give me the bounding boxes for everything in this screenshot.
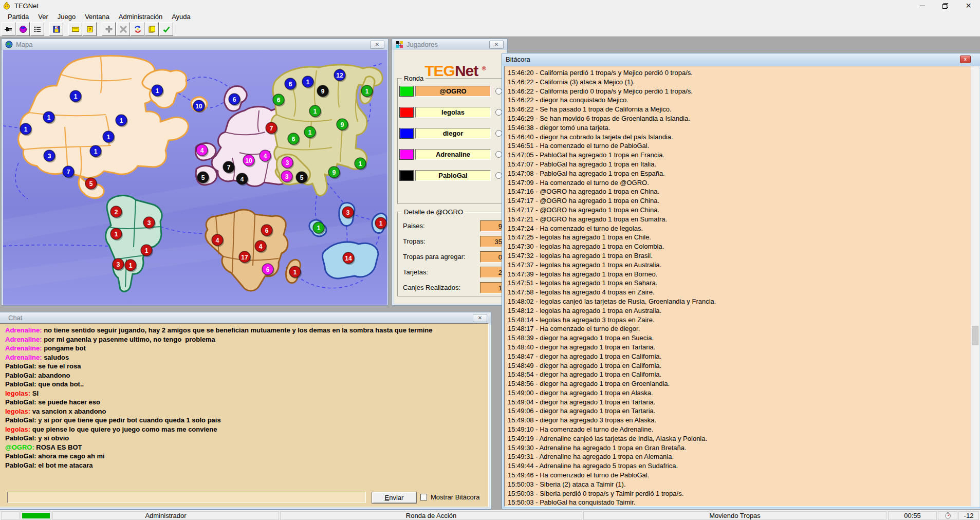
menu-item-ayuda[interactable]: Ayuda (167, 12, 195, 21)
players-list: @OGROlegolasdiegorAdrenalinePabloGal (398, 79, 502, 203)
svg-text:7: 7 (270, 125, 273, 132)
menu-item-ventana[interactable]: Ventana (80, 12, 114, 21)
bitacora-scrollbar[interactable] (971, 66, 979, 506)
chat-message: PabloGal: se puede hacer eso (5, 398, 483, 407)
menu-item-partida[interactable]: Partida (3, 12, 33, 21)
toolbar: ? (0, 22, 980, 37)
svg-text:5: 5 (89, 180, 93, 188)
svg-text:1: 1 (359, 160, 362, 168)
chat-messages: Adrenaline: no tiene sentido seguir juga… (0, 324, 488, 490)
svg-text:3: 3 (286, 159, 289, 166)
log-entry: 15:47:39 - legolas ha agregado 1 tropa e… (508, 270, 968, 279)
toolbar-connect-icon[interactable] (2, 22, 15, 36)
log-entry: 15:50:03 - PabloGal ha conquistado Taimi… (508, 498, 968, 506)
chat-author: PabloGal: (5, 398, 36, 406)
svg-text:2: 2 (115, 209, 118, 216)
chat-author: PabloGal: (5, 461, 36, 469)
log-entry: 15:48:56 - diegor ha agregado 1 tropa en… (508, 379, 968, 388)
chat-input-row: Enviar Mostrar Bitácora (0, 492, 488, 504)
detalle-label: Tropas para agregar: (403, 253, 466, 261)
toolbar-world-icon[interactable] (16, 22, 30, 36)
detalle-label: Paises: (403, 222, 425, 230)
toolbar-cards-icon[interactable] (145, 22, 159, 36)
toolbar-list-icon[interactable] (30, 22, 44, 36)
scrollbar-thumb[interactable] (972, 326, 978, 345)
show-log-checkbox[interactable] (420, 494, 427, 500)
log-entry: 15:48:49 - diegor ha agregado 1 tropa en… (508, 361, 968, 370)
toolbar-card-icon[interactable] (68, 22, 82, 36)
jugadores-window: Jugadores ✕ TEGNet ® Ronda @OGROlegolasd… (392, 39, 508, 306)
player-row: Adrenaline (399, 149, 505, 160)
toolbar-save-icon[interactable] (49, 22, 63, 36)
map-canvas[interactable]: 1111111371065741047543356112961191691231… (3, 50, 386, 304)
log-entry: 15:49:31 - Adrenaline ha agregado 1 trop… (508, 452, 968, 461)
mapa-titlebar[interactable]: Mapa ✕ (2, 39, 388, 50)
mapa-close-icon[interactable]: ✕ (370, 41, 384, 49)
menu-item-administración[interactable]: Administración (114, 12, 167, 21)
chat-message: PabloGal: y si por que tiene que pedir b… (5, 416, 483, 425)
chat-author: Adrenaline: (5, 336, 42, 343)
svg-text:14: 14 (345, 255, 352, 262)
chat-message: PabloGal: se fue el rosa (5, 362, 483, 371)
menu-item-ver[interactable]: Ver (33, 12, 53, 21)
toolbar-separator (64, 22, 68, 36)
player-name-field: Adrenaline (415, 149, 491, 160)
menu-item-juego[interactable]: Juego (53, 12, 80, 21)
timer-icon (945, 512, 951, 519)
bitacora-titlebar[interactable]: Bitácora x (502, 53, 980, 65)
log-entry: 15:48:14 - legolas ha agregado 3 tropas … (508, 315, 968, 325)
player-color-swatch (399, 86, 414, 97)
svg-text:9: 9 (332, 169, 336, 176)
chat-close-icon[interactable]: ✕ (473, 314, 487, 322)
svg-text:12: 12 (336, 72, 343, 79)
toolbar-exchange-icon[interactable] (131, 22, 144, 36)
chat-author: PabloGal: (5, 380, 36, 388)
connection-indicator (22, 513, 50, 518)
svg-text:1: 1 (47, 114, 51, 121)
log-entry: 15:46:20 - California perdió 1 tropa/s y… (508, 68, 968, 78)
mdi-area: Mapa ✕ (0, 37, 980, 510)
chat-titlebar[interactable]: Chat ✕ (0, 312, 491, 323)
show-log-label[interactable]: Mostrar Bitácora (431, 493, 479, 501)
chat-author: PabloGal: (5, 452, 36, 460)
chat-input[interactable] (7, 492, 366, 503)
log-entry: 15:48:17 - Ha comenzado el turno de dieg… (508, 324, 968, 333)
app-title: TEGNet (14, 2, 39, 10)
chat-message: legolas: va sancion x abandono (5, 407, 483, 416)
svg-text:6: 6 (289, 81, 292, 88)
bitacora-close-icon[interactable]: x (960, 55, 971, 63)
log-entry: 15:46:38 - diegor tomó una tarjeta. (508, 123, 968, 133)
chat-message: PabloGal: el bot me atacara (5, 461, 483, 470)
svg-text:1: 1 (156, 87, 159, 95)
player-color-swatch (399, 128, 414, 139)
toolbar-accept-icon[interactable] (159, 22, 173, 36)
player-row: legolas (399, 107, 505, 118)
chat-message: Adrenaline: por mi ganenla y pasenme ult… (5, 335, 483, 344)
chat-message: PabloGal: que onda bot.. (5, 380, 483, 389)
restore-button[interactable] (934, 0, 957, 11)
svg-text:3: 3 (48, 153, 51, 160)
jugadores-titlebar[interactable]: Jugadores ✕ (392, 39, 507, 50)
svg-text:1: 1 (107, 134, 110, 141)
log-entry: 15:49:30 - Adrenaline ha agregado 1 trop… (508, 443, 968, 453)
close-button[interactable]: ✕ (957, 0, 980, 11)
chat-author: PabloGal: (5, 434, 36, 442)
svg-text:5: 5 (300, 174, 304, 181)
chat-message: legolas: SI (5, 389, 483, 398)
minimize-button[interactable] (911, 0, 934, 11)
log-list: 15:46:20 - California perdió 1 tropa/s y… (505, 66, 971, 506)
svg-text:1: 1 (74, 93, 78, 100)
app-logo-icon (3, 2, 11, 10)
chat-author: legolas: (5, 389, 30, 397)
chat-message: Adrenaline: saludos (5, 353, 483, 362)
status-bar: Administrador Ronda de Acción Moviendo T… (0, 510, 980, 520)
chat-message: PabloGal: ahora me cago ah mi (5, 452, 483, 461)
chat-message: PabloGal: y si obvio (5, 434, 483, 443)
log-entry: 15:47:08 - PabloGal ha agregado 1 tropa … (508, 169, 968, 178)
chat-body: Adrenaline: no tiene sentido seguir juga… (0, 323, 489, 507)
chat-message: PabloGal: abandono (5, 371, 483, 380)
toolbar-card-question-icon[interactable]: ? (83, 22, 97, 36)
toolbar-separator (97, 22, 102, 36)
send-button[interactable]: Enviar (372, 492, 417, 504)
jugadores-close-icon[interactable]: ✕ (489, 41, 504, 49)
